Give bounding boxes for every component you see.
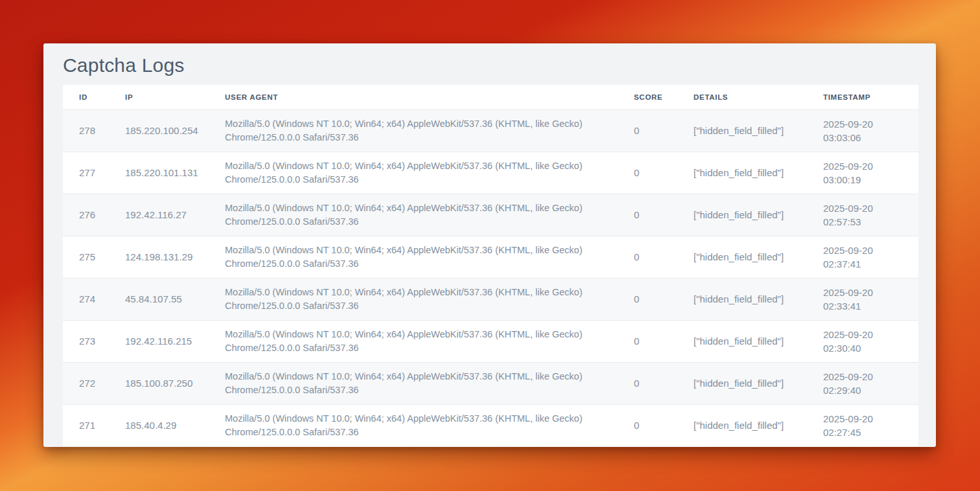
- table-row: 277185.220.101.131Mozilla/5.0 (Windows N…: [63, 152, 918, 194]
- cell-id: 274: [63, 278, 109, 320]
- cell-id: 271: [63, 404, 109, 446]
- cell-timestamp: 2025-09-20 02:27:45: [807, 404, 918, 446]
- cell-details: ["hidden_field_filled"]: [677, 362, 807, 404]
- table-row: 271185.40.4.29Mozilla/5.0 (Windows NT 10…: [63, 404, 918, 446]
- column-header-ip: IP: [109, 85, 209, 109]
- cell-details: ["hidden_field_filled"]: [677, 236, 807, 278]
- cell-user_agent: Mozilla/5.0 (Windows NT 10.0; Win64; x64…: [209, 320, 618, 362]
- cell-user_agent: Mozilla/5.0 (Windows NT 10.0; Win64; x64…: [209, 236, 618, 278]
- cell-ip: 185.220.101.131: [109, 152, 209, 194]
- captcha-logs-card: Captcha Logs IDIPUSER AGENTSCOREDETAILST…: [43, 43, 936, 447]
- column-header-id: ID: [63, 85, 109, 109]
- cell-id: 272: [63, 362, 109, 404]
- column-header-details: DETAILS: [677, 85, 807, 109]
- column-header-user_agent: USER AGENT: [209, 85, 618, 109]
- table-row: 273192.42.116.215Mozilla/5.0 (Windows NT…: [63, 320, 918, 362]
- table-row: 272185.100.87.250Mozilla/5.0 (Windows NT…: [63, 362, 918, 404]
- cell-timestamp: 2025-09-20 03:00:19: [807, 152, 918, 194]
- column-header-timestamp: TIMESTAMP: [807, 85, 918, 109]
- cell-score: 0: [618, 362, 677, 404]
- table-body: 278185.220.100.254Mozilla/5.0 (Windows N…: [63, 109, 918, 446]
- cell-user_agent: Mozilla/5.0 (Windows NT 10.0; Win64; x64…: [209, 109, 618, 152]
- cell-score: 0: [618, 109, 677, 152]
- table-row: 276192.42.116.27Mozilla/5.0 (Windows NT …: [63, 194, 918, 236]
- cell-score: 0: [618, 194, 677, 236]
- cell-user_agent: Mozilla/5.0 (Windows NT 10.0; Win64; x64…: [209, 362, 618, 404]
- cell-timestamp: 2025-09-20 02:29:40: [807, 362, 918, 404]
- cell-score: 0: [618, 278, 677, 320]
- app-background: { "page": { "title": "Captcha Logs" }, "…: [0, 0, 980, 491]
- cell-ip: 185.40.4.29: [109, 404, 209, 446]
- table-row: 278185.220.100.254Mozilla/5.0 (Windows N…: [63, 109, 918, 152]
- cell-user_agent: Mozilla/5.0 (Windows NT 10.0; Win64; x64…: [209, 194, 618, 236]
- cell-details: ["hidden_field_filled"]: [677, 194, 807, 236]
- cell-score: 0: [618, 404, 677, 446]
- cell-ip: 192.42.116.27: [109, 194, 209, 236]
- cell-user_agent: Mozilla/5.0 (Windows NT 10.0; Win64; x64…: [209, 278, 618, 320]
- cell-id: 276: [63, 194, 109, 236]
- cell-user_agent: Mozilla/5.0 (Windows NT 10.0; Win64; x64…: [209, 404, 618, 446]
- cell-details: ["hidden_field_filled"]: [677, 404, 807, 446]
- cell-timestamp: 2025-09-20 03:03:06: [807, 109, 918, 152]
- cell-score: 0: [618, 236, 677, 278]
- cell-user_agent: Mozilla/5.0 (Windows NT 10.0; Win64; x64…: [209, 152, 618, 194]
- cell-details: ["hidden_field_filled"]: [677, 152, 807, 194]
- cell-timestamp: 2025-09-20 02:37:41: [807, 236, 918, 278]
- captcha-logs-table: IDIPUSER AGENTSCOREDETAILSTIMESTAMP 2781…: [63, 85, 918, 446]
- cell-ip: 124.198.131.29: [109, 236, 209, 278]
- cell-id: 273: [63, 320, 109, 362]
- cell-ip: 185.220.100.254: [109, 109, 209, 152]
- cell-timestamp: 2025-09-20 02:33:41: [807, 278, 918, 320]
- cell-details: ["hidden_field_filled"]: [677, 320, 807, 362]
- cell-details: ["hidden_field_filled"]: [677, 109, 807, 152]
- cell-timestamp: 2025-09-20 02:30:40: [807, 320, 918, 362]
- cell-score: 0: [618, 320, 677, 362]
- cell-id: 278: [63, 109, 109, 152]
- column-header-score: SCORE: [618, 85, 677, 109]
- table-header-row: IDIPUSER AGENTSCOREDETAILSTIMESTAMP: [63, 85, 918, 109]
- page-title: Captcha Logs: [43, 43, 936, 77]
- cell-id: 275: [63, 236, 109, 278]
- table-row: 27445.84.107.55Mozilla/5.0 (Windows NT 1…: [63, 278, 918, 320]
- table-row: 275124.198.131.29Mozilla/5.0 (Windows NT…: [63, 236, 918, 278]
- cell-ip: 45.84.107.55: [109, 278, 209, 320]
- cell-ip: 185.100.87.250: [109, 362, 209, 404]
- cell-score: 0: [618, 152, 677, 194]
- cell-details: ["hidden_field_filled"]: [677, 278, 807, 320]
- cell-ip: 192.42.116.215: [109, 320, 209, 362]
- cell-id: 277: [63, 152, 109, 194]
- table-header: IDIPUSER AGENTSCOREDETAILSTIMESTAMP: [63, 85, 918, 109]
- cell-timestamp: 2025-09-20 02:57:53: [807, 194, 918, 236]
